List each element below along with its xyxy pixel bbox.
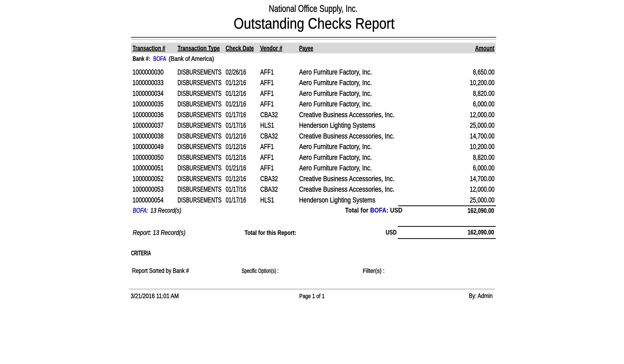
svg-text:Transaction #: Transaction # xyxy=(133,44,165,52)
svg-text:Filter(s) :: Filter(s) : xyxy=(363,267,385,274)
svg-text:USD: USD xyxy=(386,229,397,236)
svg-text:Check Date: Check Date xyxy=(226,44,254,52)
svg-text:AFF1: AFF1 xyxy=(260,142,274,151)
svg-text:DISBURSEMENTS: DISBURSEMENTS xyxy=(178,185,222,193)
svg-text:01/12/16: 01/12/16 xyxy=(226,89,246,97)
svg-text:3/21/2016 11:01 AM: 3/21/2016 11:01 AM xyxy=(131,292,179,300)
svg-text:BOFA:: BOFA: xyxy=(133,207,148,214)
svg-text:Total for BOFA: USD: Total for BOFA: USD xyxy=(345,207,402,214)
svg-text:Page 1 of 1: Page 1 of 1 xyxy=(299,293,325,300)
svg-text:DISBURSEMENTS: DISBURSEMENTS xyxy=(178,142,222,151)
svg-text:HLS1: HLS1 xyxy=(260,121,274,129)
svg-text:6,000.00: 6,000.00 xyxy=(473,100,494,108)
svg-text:BOFA: BOFA xyxy=(153,55,166,62)
svg-text:CBA32: CBA32 xyxy=(260,132,278,140)
svg-text:01/17/16: 01/17/16 xyxy=(226,185,246,193)
svg-text:Aero Furniture Factory, Inc.: Aero Furniture Factory, Inc. xyxy=(299,78,372,87)
svg-text:National Office Supply, Inc.: National Office Supply, Inc. xyxy=(269,3,358,14)
svg-text:Creative Business Accessories,: Creative Business Accessories, Inc. xyxy=(299,185,394,193)
svg-text:8,820.00: 8,820.00 xyxy=(473,153,494,161)
svg-text:1000000054: 1000000054 xyxy=(133,196,164,204)
svg-text:Vendor #: Vendor # xyxy=(260,44,283,52)
svg-text:14,700.00: 14,700.00 xyxy=(470,174,494,182)
svg-text:Aero Furniture Factory, Inc.: Aero Furniture Factory, Inc. xyxy=(299,68,372,76)
svg-text:Amount: Amount xyxy=(475,44,494,52)
svg-text:Aero Furniture Factory, Inc.: Aero Furniture Factory, Inc. xyxy=(299,142,372,151)
svg-text:Payee: Payee xyxy=(299,44,313,52)
svg-text:13 Record(s): 13 Record(s) xyxy=(151,207,181,214)
svg-text:01/12/16: 01/12/16 xyxy=(226,132,246,140)
svg-text:8,650.00: 8,650.00 xyxy=(473,68,494,76)
svg-text:1000000030: 1000000030 xyxy=(133,68,164,76)
svg-text:DISBURSEMENTS: DISBURSEMENTS xyxy=(178,196,222,204)
svg-text:Aero Furniture Factory, Inc.: Aero Furniture Factory, Inc. xyxy=(299,153,372,161)
svg-text:Henderson Lighting Systems: Henderson Lighting Systems xyxy=(299,121,375,129)
svg-text:25,000.00: 25,000.00 xyxy=(470,121,494,129)
svg-text:DISBURSEMENTS: DISBURSEMENTS xyxy=(178,121,222,129)
svg-text:12,000.00: 12,000.00 xyxy=(470,185,494,193)
svg-text:1000000050: 1000000050 xyxy=(133,153,164,161)
svg-text:AFF1: AFF1 xyxy=(260,68,274,76)
svg-text:DISBURSEMENTS: DISBURSEMENTS xyxy=(178,100,222,108)
svg-text:Aero Furniture Factory, Inc.: Aero Furniture Factory, Inc. xyxy=(299,89,372,97)
svg-text:By: Admin: By: Admin xyxy=(469,292,493,299)
svg-text:162,090.00: 162,090.00 xyxy=(468,207,494,214)
svg-text:1000000037: 1000000037 xyxy=(133,121,164,129)
svg-text:Aero Furniture Factory, Inc.: Aero Furniture Factory, Inc. xyxy=(299,100,372,108)
svg-text:DISBURSEMENTS: DISBURSEMENTS xyxy=(178,164,222,172)
svg-text:1000000052: 1000000052 xyxy=(133,174,164,182)
svg-text:10,200.00: 10,200.00 xyxy=(470,78,494,87)
svg-text:Report: 13 Record(s): Report: 13 Record(s) xyxy=(133,229,185,236)
svg-text:Bank #:: Bank #: xyxy=(133,55,150,62)
svg-text:01/12/16: 01/12/16 xyxy=(226,78,246,87)
svg-text:DISBURSEMENTS: DISBURSEMENTS xyxy=(178,153,222,161)
svg-text:(Bank of America): (Bank of America) xyxy=(169,55,214,62)
svg-text:01/21/16: 01/21/16 xyxy=(226,100,246,108)
svg-text:CBA32: CBA32 xyxy=(260,174,278,182)
svg-text:8,820.00: 8,820.00 xyxy=(473,89,494,97)
svg-text:Total for this Report:: Total for this Report: xyxy=(245,229,296,236)
svg-text:01/12/16: 01/12/16 xyxy=(226,153,246,161)
svg-text:Report Sorted by Bank #: Report Sorted by Bank # xyxy=(132,267,189,274)
svg-text:CRITERIA: CRITERIA xyxy=(131,249,151,257)
svg-text:AFF1: AFF1 xyxy=(260,78,274,87)
svg-text:01/12/16: 01/12/16 xyxy=(226,174,246,182)
svg-text:14,700.00: 14,700.00 xyxy=(470,132,494,140)
svg-text:6,000.00: 6,000.00 xyxy=(473,164,494,172)
svg-text:162,090.00: 162,090.00 xyxy=(468,229,494,236)
svg-text:AFF1: AFF1 xyxy=(260,100,274,108)
svg-text:DISBURSEMENTS: DISBURSEMENTS xyxy=(178,78,222,87)
svg-text:01/21/16: 01/21/16 xyxy=(226,164,246,172)
svg-text:1000000033: 1000000033 xyxy=(133,78,164,87)
svg-text:Specific Option(s) :: Specific Option(s) : xyxy=(242,267,279,274)
svg-text:12,000.00: 12,000.00 xyxy=(470,110,494,119)
svg-text:1000000049: 1000000049 xyxy=(133,142,164,151)
svg-text:AFF1: AFF1 xyxy=(260,164,274,172)
svg-text:10,200.00: 10,200.00 xyxy=(470,142,494,151)
svg-text:1000000034: 1000000034 xyxy=(133,89,164,97)
svg-text:HLS1: HLS1 xyxy=(260,196,274,204)
svg-text:AFF1: AFF1 xyxy=(260,89,274,97)
svg-text:DISBURSEMENTS: DISBURSEMENTS xyxy=(178,68,222,76)
svg-text:Aero Furniture Factory, Inc.: Aero Furniture Factory, Inc. xyxy=(299,164,372,172)
svg-text:01/17/16: 01/17/16 xyxy=(226,121,246,129)
svg-text:Creative Business Accessories,: Creative Business Accessories, Inc. xyxy=(299,132,394,140)
svg-text:1000000038: 1000000038 xyxy=(133,132,164,140)
svg-text:DISBURSEMENTS: DISBURSEMENTS xyxy=(178,110,222,119)
svg-text:Henderson Lighting Systems: Henderson Lighting Systems xyxy=(299,196,375,204)
svg-text:DISBURSEMENTS: DISBURSEMENTS xyxy=(178,132,222,140)
svg-text:AFF1: AFF1 xyxy=(260,153,274,161)
svg-text:1000000036: 1000000036 xyxy=(133,110,164,119)
svg-text:Outstanding Checks Report: Outstanding Checks Report xyxy=(234,15,394,32)
svg-text:DISBURSEMENTS: DISBURSEMENTS xyxy=(178,174,222,182)
svg-text:DISBURSEMENTS: DISBURSEMENTS xyxy=(178,89,222,97)
svg-text:Transaction Type: Transaction Type xyxy=(178,44,220,52)
svg-text:CBA32: CBA32 xyxy=(260,110,278,119)
svg-text:1000000035: 1000000035 xyxy=(133,100,164,108)
svg-text:CBA32: CBA32 xyxy=(260,185,278,193)
svg-text:Creative Business Accessories,: Creative Business Accessories, Inc. xyxy=(299,110,394,119)
svg-text:1000000053: 1000000053 xyxy=(133,185,164,193)
svg-text:25,000.00: 25,000.00 xyxy=(470,196,494,204)
svg-text:01/12/16: 01/12/16 xyxy=(226,142,246,151)
svg-text:1000000051: 1000000051 xyxy=(133,164,164,172)
